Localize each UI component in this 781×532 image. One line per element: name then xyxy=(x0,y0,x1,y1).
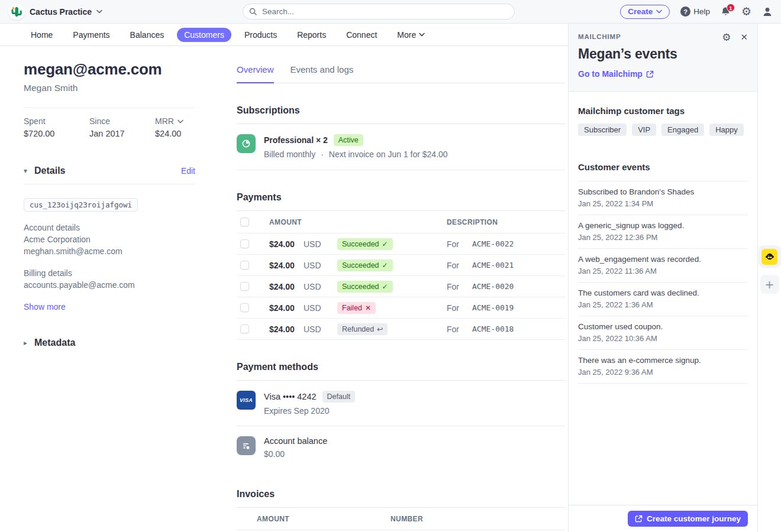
settings-gear-icon[interactable]: ⚙ xyxy=(741,6,751,17)
external-link-icon xyxy=(646,70,654,78)
metadata-title: Metadata xyxy=(34,338,75,348)
customer-id-chip[interactable]: cus_123oijq23roijafgowi xyxy=(24,198,138,212)
nav-item-reports[interactable]: Reports xyxy=(290,28,333,42)
create-customer-journey-button[interactable]: Create customer journey xyxy=(628,511,748,527)
payment-row[interactable]: $24.00 USD Succeeded ✓ For ACME-0020 xyxy=(237,276,565,297)
nav-item-payments[interactable]: Payments xyxy=(66,28,117,42)
invoices-table-header: AMOUNT NUMBER xyxy=(237,508,565,530)
help-button[interactable]: ? Help xyxy=(680,7,710,17)
card-row[interactable]: VISA Visa •••• 4242 Default Expires Sep … xyxy=(237,381,565,426)
nav-item-customers[interactable]: Customers xyxy=(177,28,231,42)
org-name: Cactus Practice xyxy=(30,7,92,17)
customer-events-title: Customer events xyxy=(578,162,748,172)
mailchimp-panel-header: MAILCHIMP ⚙ ✕ Megan’s events Go to Mailc… xyxy=(569,24,757,92)
row-checkbox[interactable] xyxy=(240,303,249,312)
column-amount: AMOUNT xyxy=(257,515,289,523)
tab-overview[interactable]: Overview xyxy=(237,64,274,83)
customer-events-list: Subscribed to Brandon's Shades Jan 25, 2… xyxy=(578,181,748,384)
panel-footer: Create customer journey xyxy=(569,505,757,532)
event-item: Customer used coupon. Jan 25, 2022 10:36… xyxy=(578,316,748,350)
metadata-header[interactable]: ▸ Metadata xyxy=(24,338,195,348)
primary-nav: Home Payments Balances Customers Product… xyxy=(0,24,568,46)
account-balance-icon xyxy=(237,436,256,455)
org-avatar xyxy=(8,4,25,20)
payments-table-header: AMOUNT DESCRIPTION xyxy=(237,211,565,233)
page-title: megan@acme.com xyxy=(24,60,195,79)
status-badge: Succeeded ✓ xyxy=(337,238,393,250)
active-badge: Active xyxy=(334,134,363,146)
dot-separator: · xyxy=(321,150,324,159)
row-checkbox[interactable] xyxy=(240,325,249,333)
tags-title: Mailchimp customer tags xyxy=(578,106,748,116)
mailchimp-app-button[interactable] xyxy=(759,245,781,268)
customer-detail-column: Overview Events and logs Subscriptions xyxy=(237,46,565,530)
question-icon: ? xyxy=(680,7,690,17)
event-item: There was an e-commerce signup. Jan 25, … xyxy=(578,350,748,384)
nav-item-connect[interactable]: Connect xyxy=(339,28,384,42)
column-number: NUMBER xyxy=(390,515,423,523)
go-to-mailchimp-link[interactable]: Go to Mailchimp xyxy=(578,69,654,79)
payment-row[interactable]: $24.00 USD Failed ✕ For ACME-0019 xyxy=(237,297,565,319)
status-badge: Refunded ↩ xyxy=(337,323,388,335)
nav-item-products[interactable]: Products xyxy=(237,28,284,42)
account-balance-row[interactable]: Account balance $0.00 xyxy=(237,426,565,469)
collapse-caret-icon[interactable]: ▾ xyxy=(24,167,34,175)
account-company: Acme Corporation xyxy=(24,233,195,245)
edit-details-link[interactable]: Edit xyxy=(181,166,195,176)
event-item: A web_engagement was recorded. Jan 25, 2… xyxy=(578,249,748,283)
billing-details-label: Billing details xyxy=(24,267,195,279)
search-input[interactable] xyxy=(243,4,515,20)
nav-item-home[interactable]: Home xyxy=(24,28,60,42)
payment-row[interactable]: $24.00 USD Succeeded ✓ For ACME-0022 xyxy=(237,233,565,255)
mailchimp-logo-icon xyxy=(761,249,777,265)
panel-close-icon[interactable]: ✕ xyxy=(740,32,748,43)
select-all-checkbox[interactable] xyxy=(240,218,249,226)
check-icon: ✓ xyxy=(382,239,388,249)
invoices-title: Invoices xyxy=(237,489,275,499)
row-checkbox[interactable] xyxy=(240,239,249,248)
show-more-link[interactable]: Show more xyxy=(24,302,195,312)
mailchimp-panel: MAILCHIMP ⚙ ✕ Megan’s events Go to Mailc… xyxy=(568,24,757,532)
billing-details: Billing details accounts.payable@acme.co… xyxy=(24,267,195,291)
card-label: Visa •••• 4242 xyxy=(264,392,317,401)
subscriptions-title: Subscriptions xyxy=(237,105,300,116)
nav-item-balances[interactable]: Balances xyxy=(123,28,172,42)
main-area: Home Payments Balances Customers Product… xyxy=(0,24,568,532)
create-button[interactable]: Create xyxy=(620,5,670,19)
chevron-down-icon xyxy=(419,33,425,37)
panel-title: Megan’s events xyxy=(578,46,748,62)
profile-icon[interactable] xyxy=(762,7,773,17)
divider xyxy=(24,184,195,184)
cross-icon: ✕ xyxy=(365,303,371,313)
chevron-down-icon xyxy=(656,9,662,14)
details-header: ▾ Details Edit xyxy=(24,166,195,176)
check-icon: ✓ xyxy=(382,261,388,270)
account-details: Account details Acme Corporation meghan.… xyxy=(24,222,195,257)
panel-settings-gear-icon[interactable]: ⚙ xyxy=(722,33,731,43)
tab-events-and-logs[interactable]: Events and logs xyxy=(291,64,354,83)
mrr-dropdown-icon[interactable] xyxy=(178,119,183,124)
customer-summary-column: megan@acme.com Megan Smith Spent $720.00… xyxy=(0,46,219,530)
customer-tags: Subscriber VIP Engaged Happy xyxy=(578,124,748,136)
subscription-row[interactable]: Professional × 2 Active Billed monthly ·… xyxy=(237,124,565,170)
cactus-logo-icon xyxy=(8,4,25,20)
row-checkbox[interactable] xyxy=(240,282,249,291)
invoice-code: ACME-0020 xyxy=(472,282,514,291)
row-checkbox[interactable] xyxy=(240,261,249,270)
org-switcher[interactable]: Cactus Practice xyxy=(8,4,102,20)
payment-row[interactable]: $24.00 USD Succeeded ✓ For ACME-0021 xyxy=(237,255,565,276)
visa-card-icon: VISA xyxy=(237,391,256,410)
payment-row[interactable]: $24.00 USD Refunded ↩ For ACME-0018 xyxy=(237,319,565,340)
app-shell: Home Payments Balances Customers Product… xyxy=(0,24,781,532)
search-icon xyxy=(249,8,257,15)
billing-email: accounts.payable@acme.com xyxy=(24,279,195,291)
nav-item-more[interactable]: More xyxy=(390,28,432,42)
check-icon: ✓ xyxy=(382,282,388,291)
topbar-actions: Create ? Help 1 ⚙ xyxy=(620,5,773,19)
status-badge: Succeeded ✓ xyxy=(337,259,393,271)
add-app-button[interactable]: + xyxy=(760,275,779,294)
details-title: Details xyxy=(34,166,65,176)
notifications-button[interactable]: 1 xyxy=(721,7,731,17)
app-strip: + xyxy=(757,24,781,532)
payment-methods-title: Payment methods xyxy=(237,362,318,372)
